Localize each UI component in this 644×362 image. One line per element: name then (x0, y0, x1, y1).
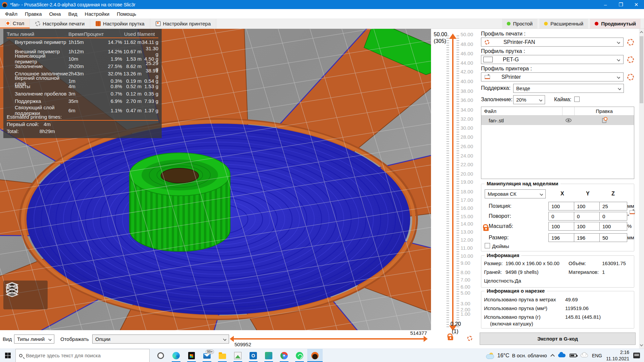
coordinate-system-select[interactable]: Мировая СК (485, 189, 546, 198)
drop-to-bed-icon[interactable] (630, 210, 635, 214)
edit-printer-profile-gear[interactable] (627, 74, 634, 80)
support-select[interactable]: Везде (513, 84, 624, 93)
menu-item-3[interactable]: Вид (64, 9, 81, 18)
edit-object-icon[interactable] (602, 118, 606, 123)
inches-checkbox[interactable] (485, 243, 490, 248)
position-x-input[interactable] (548, 202, 576, 210)
tab-print-settings[interactable]: Настройки печати (30, 19, 90, 28)
taskbar-whatsapp-icon[interactable] (292, 349, 307, 362)
printer-profile-select[interactable]: SPrinter (481, 72, 624, 81)
taskbar-mail-icon[interactable]: 99+ (199, 349, 215, 362)
weather-widget[interactable]: 16°C В осн. облачно (486, 353, 547, 359)
scale-x-input[interactable] (548, 222, 576, 231)
weather-text: В осн. облачно (512, 353, 547, 358)
info-size-value: 196.00 x 196.00 x 50.00 (505, 260, 559, 266)
minimize-button[interactable]: – (598, 0, 613, 9)
mode-advanced[interactable]: Расширенный (539, 19, 588, 28)
search-input[interactable] (26, 353, 140, 358)
taskbar-edge-icon[interactable] (168, 349, 184, 362)
slider-gear-icon[interactable] (467, 336, 472, 341)
tab-filament-settings[interactable]: Настройки прутка (90, 19, 150, 28)
edit-filament-profile-gear[interactable] (627, 56, 634, 63)
rotation-x-input[interactable] (548, 212, 576, 221)
scroll-up-icon[interactable] (640, 31, 643, 35)
taskbar-cortana-icon[interactable] (153, 349, 168, 362)
object-row-fan-stl[interactable]: fan-.stl (481, 116, 634, 125)
onedrive-icon[interactable] (558, 354, 566, 357)
line-type-percent: 32.0% (107, 71, 122, 76)
rotation-y-input[interactable] (574, 212, 602, 221)
layer-tick-19.00: 19.00 (461, 179, 473, 185)
filament-profile-select[interactable]: PET-G (481, 55, 624, 64)
uniform-scale-lock-icon[interactable] (483, 227, 489, 231)
cloud-status-icon[interactable] (581, 354, 588, 357)
layer-tick-17.00: 17.00 (461, 197, 473, 203)
scale-label: Масштаб: (489, 223, 513, 229)
mode-simple[interactable]: Простой (502, 19, 537, 28)
layer-bottom-index: (1) (452, 328, 459, 335)
taskbar-photos-icon[interactable] (230, 349, 246, 362)
menu-item-2[interactable]: Окна (46, 9, 65, 18)
size-x-input[interactable] (548, 233, 576, 242)
line-type-length: 11.62 m (122, 39, 142, 45)
layer-tick-5.00: 5.00 (461, 290, 470, 296)
gear-icon (35, 21, 40, 26)
viewport-bottom-bar: Вид Типы линий Отображать Опции 514377 5… (0, 330, 431, 349)
infill-select[interactable]: 20% (513, 95, 545, 104)
brim-checkbox[interactable] (574, 97, 580, 102)
rotation-z-input[interactable] (599, 212, 627, 221)
3d-viewport[interactable]: Типы линий Время Процент Used filament В… (0, 29, 431, 349)
taskbar-search[interactable] (15, 349, 150, 362)
layers-view-cube-icon[interactable] (3, 281, 21, 298)
edit-print-profile-gear[interactable] (627, 39, 634, 46)
start-button[interactable] (0, 349, 15, 362)
taskbar-outlook-icon[interactable]: O (246, 349, 261, 362)
battery-icon[interactable] (570, 354, 577, 357)
position-y-input[interactable] (574, 202, 602, 210)
menu-item-0[interactable]: Файл (1, 9, 21, 18)
filament-meters-value: 49.69 (565, 297, 578, 302)
tab-printer-settings[interactable]: Настройки принтера (150, 19, 217, 28)
taskbar-chrome-icon[interactable] (276, 349, 292, 362)
mode-expert[interactable]: Продвинутый (590, 19, 641, 28)
action-center-icon[interactable] (633, 353, 640, 358)
taskbar-clock[interactable]: 2:16 11.10.2021 (606, 349, 629, 361)
position-z-input[interactable] (599, 202, 627, 210)
total-value: 8h29m (40, 128, 55, 134)
eye-icon[interactable] (566, 118, 572, 122)
slider-track[interactable] (233, 338, 424, 340)
moves-range-slider[interactable]: 514377 509952 (230, 330, 428, 349)
3d-scene[interactable]: Типы линий Время Процент Used filament В… (0, 29, 431, 330)
taskbar-file-explorer-icon[interactable] (215, 349, 230, 362)
export-gcode-button[interactable]: Экспорт в G-код (480, 333, 636, 345)
scroll-down-icon[interactable] (640, 343, 643, 347)
close-button[interactable]: ✕ (629, 0, 644, 9)
print-profile-select[interactable]: SPrinter-FAN (481, 38, 624, 47)
unlock-icon[interactable] (448, 336, 453, 340)
taskbar-prusaslicer-icon[interactable] (307, 349, 323, 362)
slider-right-handle[interactable] (424, 336, 428, 342)
sidebar-scrollbar[interactable] (639, 29, 644, 349)
size-z-input[interactable] (599, 233, 627, 242)
tab-plater[interactable]: Стол (0, 19, 30, 28)
taskbar-store-icon[interactable] (184, 349, 199, 362)
show-options-select[interactable]: Опции (92, 335, 229, 344)
layer-slider-track[interactable] (452, 39, 453, 325)
tray-expand-icon[interactable] (550, 354, 555, 358)
scrollbar-thumb[interactable] (640, 36, 643, 103)
slider-left-handle[interactable] (230, 336, 234, 342)
scale-z-input[interactable] (599, 222, 627, 231)
language-indicator[interactable]: ENG (592, 353, 602, 358)
legend-row-7: Заполнение пробелов3m0.7%0.12 m0.35 g (7, 90, 158, 97)
size-y-input[interactable] (574, 233, 602, 242)
taskbar-media-app-icon[interactable] (261, 349, 276, 362)
menu-item-4[interactable]: Настройки (81, 9, 113, 18)
line-type-length: 0.52 m (122, 83, 142, 89)
maximize-button[interactable]: ❐ (613, 0, 629, 9)
layer-slider-top-handle[interactable] (449, 34, 457, 39)
menu-item-5[interactable]: Помощь (113, 9, 140, 18)
view-type-select[interactable]: Типы линий (14, 335, 54, 344)
menu-item-1[interactable]: Правка (21, 9, 46, 18)
prusaslicer-app-icon (2, 2, 7, 7)
scale-y-input[interactable] (574, 222, 602, 231)
